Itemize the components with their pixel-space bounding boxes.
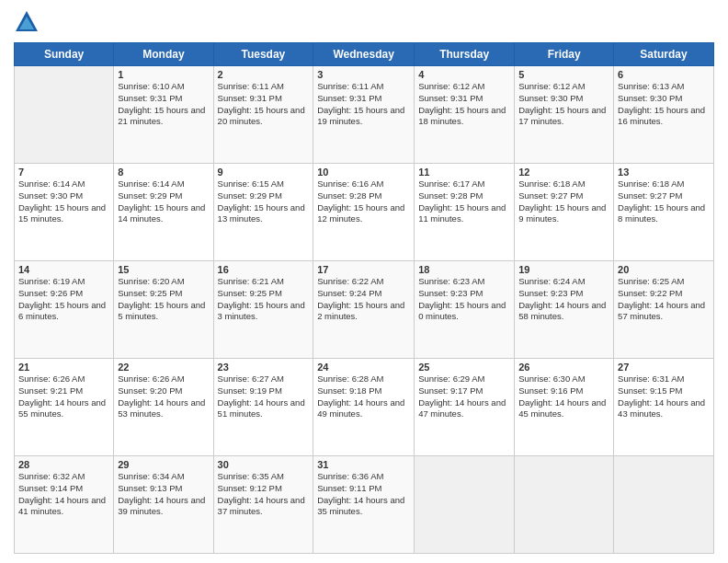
- calendar-cell: 30Sunrise: 6:35 AM Sunset: 9:12 PM Dayli…: [213, 456, 313, 554]
- day-number: 1: [118, 69, 209, 80]
- day-header-wednesday: Wednesday: [313, 43, 415, 66]
- day-info: Sunrise: 6:16 AM Sunset: 9:28 PM Dayligh…: [317, 178, 410, 225]
- day-number: 12: [518, 167, 609, 178]
- day-info: Sunrise: 6:15 AM Sunset: 9:29 PM Dayligh…: [218, 178, 310, 225]
- day-info: Sunrise: 6:21 AM Sunset: 9:25 PM Dayligh…: [218, 276, 310, 323]
- calendar-cell: 9Sunrise: 6:15 AM Sunset: 9:29 PM Daylig…: [213, 164, 313, 261]
- calendar-cell: 28Sunrise: 6:32 AM Sunset: 9:14 PM Dayli…: [15, 456, 114, 554]
- calendar-cell: 13Sunrise: 6:18 AM Sunset: 9:27 PM Dayli…: [614, 164, 714, 261]
- calendar-table: SundayMondayTuesdayWednesdayThursdayFrid…: [14, 42, 714, 554]
- calendar-cell: 7Sunrise: 6:14 AM Sunset: 9:30 PM Daylig…: [15, 164, 114, 261]
- calendar-cell: 4Sunrise: 6:12 AM Sunset: 9:31 PM Daylig…: [415, 66, 515, 164]
- calendar-cell: 31Sunrise: 6:36 AM Sunset: 9:11 PM Dayli…: [313, 456, 415, 554]
- day-info: Sunrise: 6:12 AM Sunset: 9:30 PM Dayligh…: [518, 81, 609, 128]
- day-number: 5: [518, 69, 609, 80]
- day-info: Sunrise: 6:35 AM Sunset: 9:12 PM Dayligh…: [218, 471, 310, 518]
- calendar-cell: 1Sunrise: 6:10 AM Sunset: 9:31 PM Daylig…: [114, 66, 213, 164]
- day-number: 13: [618, 167, 710, 178]
- calendar-cell: 20Sunrise: 6:25 AM Sunset: 9:22 PM Dayli…: [614, 261, 714, 359]
- calendar-cell: 25Sunrise: 6:29 AM Sunset: 9:17 PM Dayli…: [415, 359, 515, 456]
- calendar-cell: 16Sunrise: 6:21 AM Sunset: 9:25 PM Dayli…: [213, 261, 313, 359]
- day-info: Sunrise: 6:23 AM Sunset: 9:23 PM Dayligh…: [418, 276, 510, 323]
- day-info: Sunrise: 6:28 AM Sunset: 9:18 PM Dayligh…: [317, 373, 410, 420]
- day-header-sunday: Sunday: [15, 43, 114, 66]
- day-number: 31: [317, 459, 410, 470]
- day-number: 9: [218, 167, 310, 178]
- day-header-thursday: Thursday: [415, 43, 515, 66]
- calendar-cell: 8Sunrise: 6:14 AM Sunset: 9:29 PM Daylig…: [114, 164, 213, 261]
- calendar-page: SundayMondayTuesdayWednesdayThursdayFrid…: [0, 0, 728, 563]
- calendar-header-row: SundayMondayTuesdayWednesdayThursdayFrid…: [15, 43, 714, 66]
- calendar-cell: 12Sunrise: 6:18 AM Sunset: 9:27 PM Dayli…: [515, 164, 614, 261]
- day-number: 4: [418, 69, 510, 80]
- calendar-week-2: 7Sunrise: 6:14 AM Sunset: 9:30 PM Daylig…: [15, 164, 714, 261]
- day-number: 11: [418, 167, 510, 178]
- day-info: Sunrise: 6:14 AM Sunset: 9:29 PM Dayligh…: [118, 178, 209, 225]
- header: [14, 9, 714, 35]
- calendar-cell: 23Sunrise: 6:27 AM Sunset: 9:19 PM Dayli…: [213, 359, 313, 456]
- day-number: 3: [317, 69, 410, 80]
- calendar-cell: [15, 66, 114, 164]
- day-info: Sunrise: 6:11 AM Sunset: 9:31 PM Dayligh…: [317, 81, 410, 128]
- day-info: Sunrise: 6:17 AM Sunset: 9:28 PM Dayligh…: [418, 178, 510, 225]
- calendar-cell: 26Sunrise: 6:30 AM Sunset: 9:16 PM Dayli…: [515, 359, 614, 456]
- day-info: Sunrise: 6:24 AM Sunset: 9:23 PM Dayligh…: [518, 276, 609, 323]
- day-info: Sunrise: 6:18 AM Sunset: 9:27 PM Dayligh…: [518, 178, 609, 225]
- day-number: 14: [18, 264, 109, 275]
- calendar-cell: 2Sunrise: 6:11 AM Sunset: 9:31 PM Daylig…: [213, 66, 313, 164]
- day-number: 6: [618, 69, 710, 80]
- day-number: 28: [18, 459, 109, 470]
- day-info: Sunrise: 6:11 AM Sunset: 9:31 PM Dayligh…: [218, 81, 310, 128]
- day-info: Sunrise: 6:19 AM Sunset: 9:26 PM Dayligh…: [18, 276, 109, 323]
- day-info: Sunrise: 6:30 AM Sunset: 9:16 PM Dayligh…: [518, 373, 609, 420]
- day-info: Sunrise: 6:36 AM Sunset: 9:11 PM Dayligh…: [317, 471, 410, 518]
- day-info: Sunrise: 6:14 AM Sunset: 9:30 PM Dayligh…: [18, 178, 109, 225]
- calendar-cell: 22Sunrise: 6:26 AM Sunset: 9:20 PM Dayli…: [114, 359, 213, 456]
- calendar-week-1: 1Sunrise: 6:10 AM Sunset: 9:31 PM Daylig…: [15, 66, 714, 164]
- day-info: Sunrise: 6:22 AM Sunset: 9:24 PM Dayligh…: [317, 276, 410, 323]
- day-number: 24: [317, 362, 410, 373]
- day-info: Sunrise: 6:26 AM Sunset: 9:20 PM Dayligh…: [118, 373, 209, 420]
- calendar-cell: 14Sunrise: 6:19 AM Sunset: 9:26 PM Dayli…: [15, 261, 114, 359]
- calendar-week-3: 14Sunrise: 6:19 AM Sunset: 9:26 PM Dayli…: [15, 261, 714, 359]
- calendar-cell: 6Sunrise: 6:13 AM Sunset: 9:30 PM Daylig…: [614, 66, 714, 164]
- day-number: 17: [317, 264, 410, 275]
- day-number: 10: [317, 167, 410, 178]
- calendar-cell: 27Sunrise: 6:31 AM Sunset: 9:15 PM Dayli…: [614, 359, 714, 456]
- day-info: Sunrise: 6:13 AM Sunset: 9:30 PM Dayligh…: [618, 81, 710, 128]
- day-number: 2: [218, 69, 310, 80]
- day-number: 20: [618, 264, 710, 275]
- day-header-tuesday: Tuesday: [213, 43, 313, 66]
- day-number: 16: [218, 264, 310, 275]
- day-number: 26: [518, 362, 609, 373]
- day-header-friday: Friday: [515, 43, 614, 66]
- day-info: Sunrise: 6:18 AM Sunset: 9:27 PM Dayligh…: [618, 178, 710, 225]
- logo-icon: [14, 9, 40, 35]
- day-info: Sunrise: 6:25 AM Sunset: 9:22 PM Dayligh…: [618, 276, 710, 323]
- calendar-cell: 18Sunrise: 6:23 AM Sunset: 9:23 PM Dayli…: [415, 261, 515, 359]
- day-info: Sunrise: 6:26 AM Sunset: 9:21 PM Dayligh…: [18, 373, 109, 420]
- day-header-saturday: Saturday: [614, 43, 714, 66]
- day-number: 21: [18, 362, 109, 373]
- day-info: Sunrise: 6:34 AM Sunset: 9:13 PM Dayligh…: [118, 471, 209, 518]
- day-number: 19: [518, 264, 609, 275]
- calendar-cell: 24Sunrise: 6:28 AM Sunset: 9:18 PM Dayli…: [313, 359, 415, 456]
- day-number: 7: [18, 167, 109, 178]
- day-number: 27: [618, 362, 710, 373]
- calendar-cell: [415, 456, 515, 554]
- calendar-cell: 19Sunrise: 6:24 AM Sunset: 9:23 PM Dayli…: [515, 261, 614, 359]
- day-info: Sunrise: 6:12 AM Sunset: 9:31 PM Dayligh…: [418, 81, 510, 128]
- day-info: Sunrise: 6:32 AM Sunset: 9:14 PM Dayligh…: [18, 471, 109, 518]
- day-info: Sunrise: 6:27 AM Sunset: 9:19 PM Dayligh…: [218, 373, 310, 420]
- day-number: 18: [418, 264, 510, 275]
- calendar-cell: 17Sunrise: 6:22 AM Sunset: 9:24 PM Dayli…: [313, 261, 415, 359]
- calendar-week-4: 21Sunrise: 6:26 AM Sunset: 9:21 PM Dayli…: [15, 359, 714, 456]
- calendar-cell: [515, 456, 614, 554]
- calendar-week-5: 28Sunrise: 6:32 AM Sunset: 9:14 PM Dayli…: [15, 456, 714, 554]
- day-number: 22: [118, 362, 209, 373]
- day-info: Sunrise: 6:20 AM Sunset: 9:25 PM Dayligh…: [118, 276, 209, 323]
- day-info: Sunrise: 6:29 AM Sunset: 9:17 PM Dayligh…: [418, 373, 510, 420]
- day-header-monday: Monday: [114, 43, 213, 66]
- calendar-cell: 5Sunrise: 6:12 AM Sunset: 9:30 PM Daylig…: [515, 66, 614, 164]
- day-number: 15: [118, 264, 209, 275]
